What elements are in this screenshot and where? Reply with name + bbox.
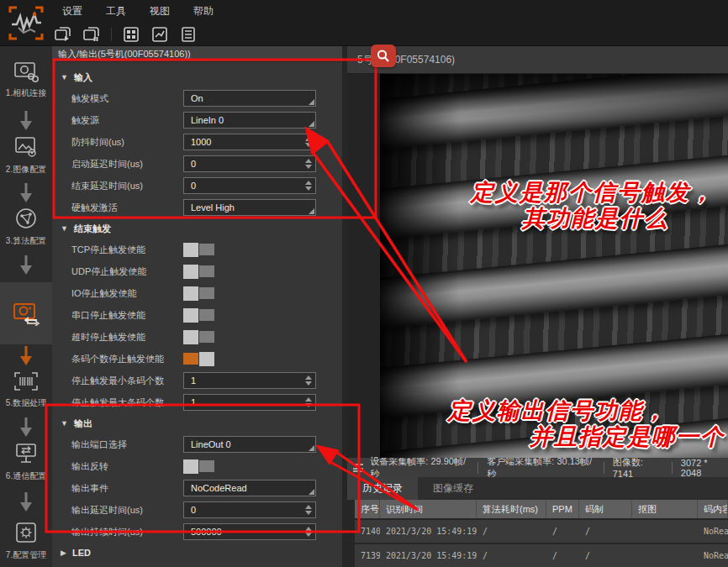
col-header-recognition-time[interactable]: 识别时间 (380, 500, 477, 518)
sidebar-item-io-config-active[interactable] (0, 282, 52, 344)
acquisition-pause-icon[interactable] (81, 25, 103, 44)
sidebar-item-algorithm-config[interactable]: 3.算法配置 (0, 207, 52, 247)
setting-row: 触发模式 On (52, 87, 342, 109)
annotation-input-note: 定义是那个信号触发， 其功能是什么 (439, 180, 715, 232)
toolbar (52, 23, 199, 46)
barcode-icon (13, 370, 39, 392)
annotation-output-note: 定义输出信号功能， 并且指定是哪一个 (429, 398, 725, 450)
row-label: 防抖时间(us) (52, 136, 183, 149)
start-delay-spinner[interactable]: 0 (183, 155, 316, 172)
spinner-arrows-icon[interactable] (304, 135, 313, 149)
dropdown-value: NoCodeRead (191, 483, 247, 493)
sidebar-item-image-config[interactable]: 2.图像配置 (0, 135, 52, 176)
trigger-mode-dropdown[interactable]: On (183, 90, 316, 107)
sidebar-item-camera-connect[interactable]: 1.相机连接 (0, 59, 52, 99)
sidebar-item-communication-config[interactable]: 6.通信配置 (0, 442, 52, 482)
camera-view-panel: 5号机 (00F05574106) 定义是那个信号触发， 其功能是什么 定义输出… (347, 46, 728, 567)
col-header-code-content[interactable]: 码内容 (698, 500, 728, 518)
hard-trigger-activation-dropdown[interactable]: Level High (183, 199, 316, 216)
spinner-value: 1000 (191, 137, 211, 147)
section-title: 输出 (74, 417, 92, 430)
trigger-source-dropdown[interactable]: LineIn 0 (183, 112, 316, 129)
menu-settings[interactable]: 设置 (52, 1, 92, 22)
flow-arrow-active-icon (0, 346, 52, 370)
sidebar-item-data-processing[interactable]: 5.数据处理 (0, 370, 52, 409)
spinner-arrows-icon[interactable] (304, 157, 313, 171)
settings-panel-title: 输入/输出(5号机(00F05574106)) (52, 46, 342, 62)
spinner-arrows-icon[interactable] (304, 374, 313, 387)
output-duration-spinner[interactable]: 500000 (183, 523, 316, 540)
row-label: 停止触发最小条码个数 (52, 375, 183, 387)
tcp-stop-trigger-toggle[interactable] (183, 243, 215, 257)
setting-row: 停止触发最小条码个数 1 (52, 370, 342, 391)
min-barcode-count-spinner[interactable]: 1 (183, 372, 316, 389)
io-stop-trigger-toggle[interactable] (183, 286, 215, 301)
communication-icon (14, 442, 38, 465)
max-barcode-count-spinner[interactable]: 1 (183, 394, 316, 411)
status-separator (477, 462, 478, 474)
setting-row: IO停止触发使能 (52, 282, 342, 304)
acquisition-start-icon[interactable] (52, 25, 74, 44)
status-list-icon[interactable] (353, 464, 363, 472)
output-delay-spinner[interactable]: 0 (183, 501, 316, 518)
col-header-algo-time[interactable]: 算法耗时(ms) (477, 500, 546, 518)
row-label: 启动延迟时间(us) (52, 158, 183, 171)
menu-tools[interactable]: 工具 (96, 1, 136, 22)
setting-row: 输出反转 (52, 455, 342, 477)
col-header-crop[interactable]: 抠图 (632, 500, 698, 518)
sidebar-item-config-management[interactable]: 7.配置管理 (0, 521, 52, 561)
chart-icon[interactable] (149, 25, 171, 44)
layout-grid-icon[interactable] (120, 25, 142, 44)
cell-crop (632, 544, 698, 567)
table-row[interactable]: 7139 2021/3/20 15:49:19:544 / / / NoRead (355, 544, 728, 567)
row-label: 超时停止触发使能 (52, 331, 183, 344)
spinner-arrows-icon[interactable] (304, 503, 313, 517)
sidebar-item-label: 3.算法配置 (0, 235, 52, 247)
config-icon (14, 521, 38, 544)
section-header-end-trigger[interactable]: ▼ 结束触发 (52, 218, 342, 239)
col-header-index[interactable]: 序号 (355, 500, 380, 518)
history-table: 序号 识别时间 算法耗时(ms) PPM 码制 抠图 码内容 7140 2021… (355, 500, 728, 567)
spinner-arrows-icon[interactable] (304, 396, 313, 409)
udp-stop-trigger-toggle[interactable] (183, 265, 215, 279)
debounce-time-spinner[interactable]: 1000 (183, 134, 316, 150)
section-header-led[interactable]: ▶ LED (52, 543, 342, 563)
status-bar: 设备采集帧率: 29.90帧/秒 客户端采集帧率: 30.13帧/秒 图像数: … (347, 458, 728, 477)
row-label: 输出持续时间(us) (52, 526, 183, 538)
menu-view[interactable]: 视图 (140, 1, 180, 22)
serial-stop-trigger-toggle[interactable] (183, 308, 215, 323)
log-list-icon[interactable] (177, 25, 199, 44)
end-delay-spinner[interactable]: 0 (183, 177, 316, 194)
output-event-dropdown[interactable]: NoCodeRead (183, 480, 316, 496)
tab-history[interactable]: 历史记录 (347, 477, 418, 500)
section-header-input[interactable]: ▼ 输入 (52, 67, 342, 87)
section-header-output[interactable]: ▼ 输出 (52, 413, 342, 433)
zoom-tool-icon[interactable] (371, 45, 396, 67)
camera-photo: 定义是那个信号触发， 其功能是什么 定义输出信号功能， 并且指定是哪一个 (380, 74, 728, 458)
table-row[interactable]: 7140 2021/3/20 15:49:19:574 / / / NoRead (355, 520, 728, 543)
setting-row: 输出事件 NoCodeRead (52, 477, 342, 499)
status-separator (604, 462, 604, 474)
tab-image-cache[interactable]: 图像缓存 (418, 477, 488, 500)
cell-ppm: / (546, 544, 579, 567)
workflow-sidebar: 1.相机连接 2.图像配置 3.算法配置 5.数据处理 (0, 46, 52, 567)
app-logo-icon (7, 4, 45, 42)
col-header-code-type[interactable]: 码制 (579, 500, 632, 518)
dropdown-value: LineOut 0 (191, 439, 231, 449)
output-invert-toggle[interactable] (183, 459, 215, 474)
menu-help[interactable]: 帮助 (183, 1, 224, 22)
col-header-ppm[interactable]: PPM (546, 500, 579, 518)
io-settings-panel: 输入/输出(5号机(00F05574106)) ▼ 输入 触发模式 On 触发源… (52, 46, 342, 567)
cell-time: 2021/3/20 15:49:19:544 (380, 544, 477, 567)
section-title: LED (72, 548, 91, 558)
spinner-arrows-icon[interactable] (304, 179, 313, 192)
spinner-value: 500000 (191, 527, 222, 537)
setting-row: UDP停止触发使能 (52, 260, 342, 282)
section-title: 结束触发 (74, 223, 111, 235)
spinner-arrows-icon[interactable] (304, 525, 313, 538)
barcode-count-stop-trigger-toggle[interactable] (183, 352, 215, 366)
output-port-dropdown[interactable]: LineOut 0 (183, 436, 316, 453)
row-label: UDP停止触发使能 (52, 265, 183, 278)
timeout-stop-trigger-toggle[interactable] (183, 330, 215, 344)
cell-algo-time: / (477, 520, 546, 543)
